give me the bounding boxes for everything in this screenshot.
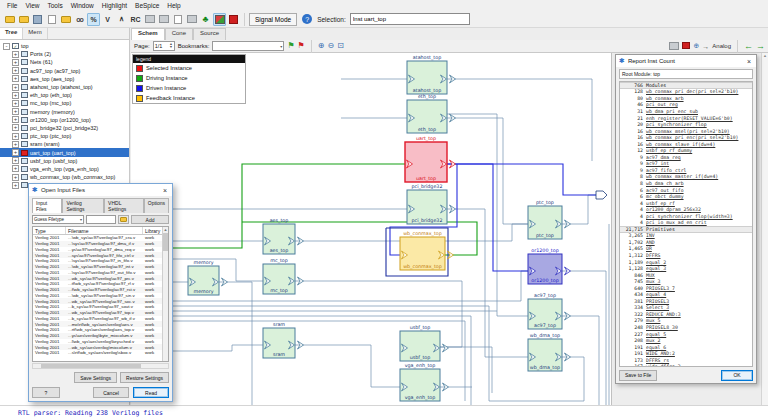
clipboard-icon[interactable] [171,13,184,26]
expand-icon[interactable]: + [12,59,19,66]
output-port-icon[interactable] [596,191,607,199]
netlist-view-button[interactable]: % [87,13,100,26]
tab-options[interactable]: Options [144,198,169,213]
wave-view-button[interactable]: ∧ [115,13,128,26]
block-ptc_top[interactable]: ptc_topptc_top [528,200,571,239]
expand-icon[interactable]: + [12,124,19,131]
tab-schem[interactable]: Schem [131,28,165,40]
back-arrow-icon[interactable]: ← [744,42,753,51]
file-row[interactable]: Verilog 2001...\wb_sys\ac97\verilog\ac97… [33,264,168,270]
analog-zoom-icon[interactable]: ⊕ [693,42,699,50]
expand-icon[interactable]: + [12,141,19,148]
remove-bookmark-icon[interactable]: ⚑ [298,42,305,50]
tree-item-pci_bridge32[interactable]: +pci_bridge32 (pci_bridge32) [0,124,129,132]
probe-icon[interactable] [185,13,198,26]
expand-icon[interactable]: + [12,165,19,172]
menu-window[interactable]: Window [67,2,98,9]
tree-item-Nets[interactable]: +Nets (61) [0,58,129,66]
tree-item-atahost_top[interactable]: +atahost_top (atahost_top) [0,83,129,91]
file-row[interactable]: Verilog 2001...tf\wb_sys\ac97\verilog\ac… [33,281,168,287]
schematic-drawing[interactable]: atahost_topatahost_topeth_topeth_topuart… [131,53,612,405]
tree-item-memory[interactable]: +memory (memory) [0,108,129,116]
file-row[interactable]: Verilog 2001...ys\ac97\verilog\ac97_dma_… [33,247,168,253]
close-icon[interactable]: × [745,58,753,65]
file-row[interactable]: Verilog 2001...\sys\ac97\verilog\ac97_dm… [33,241,168,247]
open-session-icon[interactable] [17,13,30,26]
file-row[interactable]: Verilog 2001...wb_sys\ac97\verilog\ac97_… [33,275,168,281]
zoom-in-icon[interactable]: ⊕ [318,42,325,50]
file-row[interactable]: Verilog 2001...sys\ac97\verilog\ac97_fif… [33,252,168,258]
file-row[interactable]: Verilog 2001...\sys\ac97\verilog\ac97_ou… [33,270,168,276]
read-button[interactable]: Read [133,387,169,398]
block-or1200_top[interactable]: or1200_topor1200_top [528,248,571,284]
file-row[interactable]: Verilog 2001...b_sys\ac97\verilog\ac97_w… [33,316,168,322]
file-row[interactable]: Verilog 2001...ys\aes\verilog\byte_mixco… [33,333,168,339]
block-uart_top[interactable]: uart_topuart_top [405,136,456,182]
tree-item-mc_top[interactable]: +mc_top (mc_top) [0,99,129,107]
zoom-fit-icon[interactable]: ⊡ [337,42,344,50]
file-row[interactable]: Verilog 2001...rtf\wb_sys\aes\verilog\ae… [33,327,168,333]
menu-view[interactable]: View [21,2,43,9]
save-icon[interactable] [31,13,44,26]
column-header-type[interactable]: Type [33,227,66,234]
expand-icon[interactable]: + [12,133,19,140]
rc-view-button[interactable]: RC [129,13,142,26]
save-to-file-button[interactable]: Save to File [619,370,657,381]
restore-settings-button[interactable]: Restore Settings [120,372,169,383]
block-ac97_top[interactable]: ac97_topac97_top [528,293,571,329]
block-pci_bridge32[interactable]: pci_bridge32pci_bridge32 [407,184,456,224]
wire[interactable] [447,114,528,316]
vertical-scrollbar[interactable]: ▲ [761,53,768,405]
expand-icon[interactable]: + [12,51,19,58]
filetype-select[interactable]: Guess Filetype ▾ [32,215,84,224]
tab-cone[interactable]: Cone [165,28,193,40]
forward-arrow-icon[interactable]: → [756,42,765,51]
file-row[interactable]: Verilog 2001...f\wb_sys\ac97\verilog\ac9… [33,287,168,293]
expand-icon[interactable]: + [12,108,19,115]
expand-icon[interactable]: + [12,116,19,123]
file-row[interactable]: Verilog 2001...\wb_sys\ac97\verilog\ac97… [33,293,168,299]
report-row[interactable]: 4pci_synchronizer_flop(width=3) [620,213,752,220]
file-row[interactable]: Verilog 2001...l\wb_sys\aes\verilog\keys… [33,339,168,345]
dialog-help-button[interactable]: ? [32,387,60,398]
ok-button[interactable]: OK [721,370,753,381]
page-spinner-arrows[interactable]: ▲▼ [169,43,172,50]
tree-item-ac97_top[interactable]: +ac97_top (ac97_top) [0,67,129,75]
block-wb_dma_top[interactable]: wb_dma_topwb_dma_top [528,333,571,371]
zoom-out-icon[interactable]: ⊖ [327,42,334,50]
expand-icon[interactable]: + [12,75,19,82]
add-folder-icon[interactable] [59,13,72,26]
tree-item-aes_top[interactable]: +aes_top (aes_top) [0,75,129,83]
file-row[interactable]: Verilog 2001...mo\rtl\wb_sys\aes\verilog… [33,321,168,327]
expand-icon[interactable]: + [12,84,19,91]
tree-item-ptc_top[interactable]: +ptc_top (ptc_top) [0,132,129,140]
open-files-icon[interactable] [3,13,16,26]
block-usbf_top[interactable]: usbf_topusbf_top [400,325,449,361]
menu-file[interactable]: File [3,2,21,9]
tab-verilog-settings[interactable]: Verilog Settings [62,198,104,213]
tree-item-wb_conmax_top[interactable]: +wb_conmax_top (wb_conmax_top) [0,173,129,181]
report-title-bar[interactable]: ✱ Report Inst Count × [616,55,756,67]
selection-input[interactable] [350,13,470,25]
file-row[interactable]: Verilog 2001...\wb_sys\ac97\verilog\ac97… [33,235,168,241]
wire[interactable] [295,345,400,387]
file-row[interactable]: Verilog 2001...wb_sys\ac97\verilog\ac97_… [33,298,168,304]
wire[interactable] [447,209,528,357]
tree-item-top[interactable]: -✓top [0,42,129,50]
expand-icon[interactable]: + [12,182,19,189]
file-row[interactable]: Verilog 2001...wb_sys\ac97\verilog\ac97_… [33,310,168,316]
file-row[interactable]: Verilog 2001...wb_sys\aes\verilog\mixcol… [33,344,168,350]
verilog-view-button[interactable]: V [101,13,114,26]
tree-item-uart_top[interactable]: +uart_top (uart_top) [0,148,129,156]
menu-help[interactable]: Help [163,2,184,9]
table-scrollbar[interactable]: ▲ [162,227,168,361]
camera-icon[interactable] [157,13,170,26]
file-row[interactable]: Verilog 2001...b_sys\ac97\verilog\ac97_s… [33,304,168,310]
wire[interactable] [447,118,528,224]
block-wb_conmax_top[interactable]: wb_conmax_topwb_conmax_top [400,231,454,270]
tab-input-files[interactable]: Input Files [32,198,62,213]
block-atahost_top[interactable]: atahost_topatahost_top [407,55,456,94]
add-bookmark-icon[interactable]: ⚑ [287,42,294,50]
block-vga_enh_top[interactable]: vga_enh_topvga_enh_top [400,363,449,401]
report-row[interactable]: 16wb_conmax_pri_enc(pri_sel=2'b10) [620,134,752,141]
